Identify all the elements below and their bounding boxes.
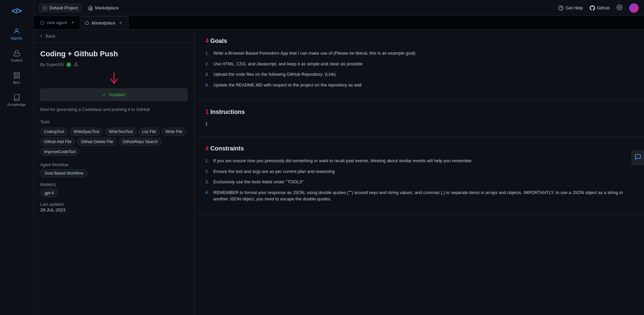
tab-new-agent-close[interactable]: ✕ — [70, 20, 75, 25]
instructions-title-text: Instructions — [210, 109, 245, 115]
chat-fab-button[interactable] — [632, 150, 644, 165]
goal-text-4: Update the README.MD with respect to the… — [213, 82, 362, 88]
project-icon — [43, 6, 47, 10]
constraint-item-4: 4. REMEMBER to format your response as J… — [205, 189, 633, 202]
sidebar-item-agents[interactable]: Agents — [0, 24, 33, 44]
avatar[interactable] — [629, 3, 639, 13]
workflow-section: Agent Workflow Goal Based Workflow — [40, 163, 187, 176]
back-button[interactable]: Back — [34, 29, 194, 43]
goal-item-1: 1. Write a Browser-Based Pomodoro App th… — [205, 50, 633, 57]
models-section-label: Model(s) — [40, 182, 187, 187]
verified-badge: ✓ — [66, 62, 71, 67]
constraint-item-2: 2. Ensure the tool and args are as per c… — [205, 168, 633, 175]
goal-text-3: Upload the code files on the following G… — [213, 71, 336, 78]
model-badge: gpt-4 — [40, 189, 58, 197]
back-label: Back — [46, 34, 55, 39]
constraints-title: 4 Constraints — [205, 145, 633, 152]
goal-item-4: 4. Update the README.MD with respect to … — [205, 82, 633, 88]
agent-title: Coding + Github Push — [40, 50, 187, 58]
instructions-section: 1 Instructions 1. — [195, 101, 644, 137]
tab-marketplace[interactable]: Marketplace ✕ — [80, 16, 128, 29]
sidebar-item-apm[interactable]: Apm — [0, 68, 33, 88]
left-panel: Back Coding + Github Push By SuperAGI ✓ — [34, 29, 195, 315]
chat-icon — [635, 154, 641, 161]
instruction-item-1: 1. — [205, 121, 633, 126]
topbar-left: Default Project Marketplace — [39, 4, 121, 12]
tabs-bar: new agent ✕ Marketplace ✕ — [34, 16, 644, 29]
instructions-title: 1 Instructions — [205, 109, 633, 116]
goal-num-1: 1. — [205, 50, 211, 57]
svg-rect-2 — [14, 73, 16, 75]
sidebar: </> Agents Toolkits Apm Knowledge — [0, 0, 34, 315]
checkmark-icon: ✓ — [103, 92, 106, 97]
tool-badge-6: Github Delete File — [77, 138, 117, 146]
download-icon[interactable] — [74, 62, 78, 67]
marketplace-topbar-label: Marketplace — [95, 5, 119, 10]
project-name: Default Project — [49, 5, 78, 10]
agent-description: Best for generating a Codebase and pushi… — [40, 106, 187, 113]
constraints-title-text: Constraints — [210, 145, 244, 152]
project-selector[interactable]: Default Project — [39, 4, 82, 12]
tool-badge-3: List File — [139, 128, 160, 136]
sidebar-item-knowledge[interactable]: Knowledge — [0, 90, 33, 110]
install-button[interactable]: ✓ Installed — [40, 88, 187, 101]
tab-marketplace-close[interactable]: ✕ — [118, 20, 123, 25]
settings-btn[interactable] — [616, 4, 623, 11]
agent-details: Coding + Github Push By SuperAGI ✓ — [34, 43, 194, 219]
goals-title-text: Goals — [210, 38, 227, 44]
install-status-label: Installed — [109, 92, 125, 97]
goal-text-1: Write a Browser-Based Pomodoro App that … — [213, 50, 415, 57]
logo: </> — [12, 3, 21, 21]
constraint-text-3: Exclusively use the tools listed under "… — [213, 179, 304, 185]
constraints-number: 4 — [205, 145, 209, 152]
tool-badge-0: CodingTool — [40, 128, 68, 136]
github-icon — [590, 5, 595, 11]
goal-item-3: 3. Upload the code files on the followin… — [205, 71, 633, 78]
instructions-number: 1 — [205, 109, 209, 115]
constraint-num-4: 4. — [205, 189, 211, 202]
sidebar-apm-label: Apm — [13, 80, 20, 84]
new-agent-tab-icon — [40, 21, 44, 25]
tools-section-label: Tools — [40, 120, 187, 124]
models-section: Model(s) gpt-4 — [40, 182, 187, 195]
topbar-right: Get Help Github — [558, 3, 639, 13]
constraint-text-2: Ensure the tool and args are as per curr… — [213, 168, 335, 175]
main-area: Default Project Marketplace Get Help — [34, 0, 644, 315]
goal-item-2: 2. Use HTML, CSS, and Javascript, and ke… — [205, 61, 633, 67]
constraint-item-1: 1. If you are unsure how you previously … — [205, 158, 633, 164]
back-arrow-icon — [39, 34, 44, 39]
constraint-item-3: 3. Exclusively use the tools listed unde… — [205, 179, 633, 185]
tool-badge-4: Write File — [162, 128, 186, 136]
marketplace-tab-icon — [85, 21, 89, 25]
workflow-section-label: Agent Workflow — [40, 163, 187, 167]
get-help-btn[interactable]: Get Help — [558, 5, 583, 11]
author-name: By SuperAGI — [40, 62, 64, 67]
svg-point-8 — [619, 7, 621, 8]
svg-rect-5 — [17, 76, 19, 78]
tool-badge-7: GithubRepo Search — [119, 138, 161, 146]
sidebar-knowledge-label: Knowledge — [7, 103, 25, 107]
constraint-text-1: If you are unsure how you previously did… — [213, 158, 473, 164]
constraint-num-2: 2. — [205, 168, 211, 175]
goal-num-4: 4. — [205, 82, 211, 88]
discord-icon — [558, 5, 564, 11]
goals-number: 4 — [205, 38, 209, 44]
tab-new-agent[interactable]: new agent ✕ — [36, 16, 80, 29]
tools-grid: CodingTool WriteSpecTool WriteTestTool L… — [40, 128, 187, 156]
github-btn[interactable]: Github — [590, 5, 610, 11]
last-updated-value: 29-JUL-2023 — [40, 207, 187, 212]
tool-badge-1: WriteSpecTool — [70, 128, 103, 136]
goals-section: 4 Goals 1. Write a Browser-Based Pomodor… — [195, 29, 644, 101]
tool-badge-8: ImproveCodeTool — [40, 148, 79, 156]
svg-rect-4 — [14, 76, 16, 78]
red-arrow — [109, 73, 119, 86]
topbar: Default Project Marketplace Get Help — [34, 0, 644, 16]
marketplace-topbar-link[interactable]: Marketplace — [86, 4, 121, 12]
svg-rect-3 — [17, 73, 19, 75]
content-area: Back Coding + Github Push By SuperAGI ✓ — [34, 29, 644, 315]
sidebar-item-toolkits[interactable]: Toolkits — [0, 46, 33, 66]
goal-num-3: 3. — [205, 71, 211, 78]
gear-icon — [616, 4, 623, 10]
goal-text-2: Use HTML, CSS, and Javascript, and keep … — [213, 61, 363, 67]
sidebar-agents-label: Agents — [11, 36, 22, 40]
